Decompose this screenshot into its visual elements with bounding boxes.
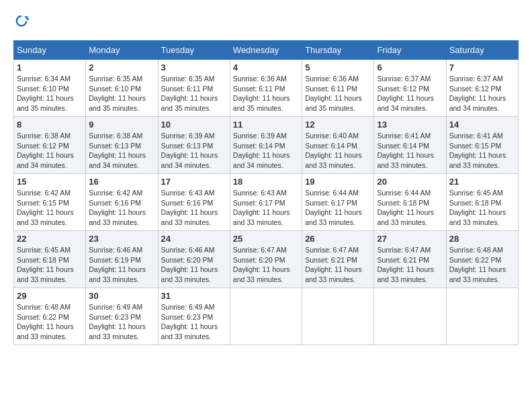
calendar-cell: 8Sunrise: 6:38 AMSunset: 6:12 PMDaylight… <box>14 117 86 174</box>
calendar-cell: 19Sunrise: 6:44 AMSunset: 6:17 PMDayligh… <box>302 174 374 231</box>
calendar-cell: 22Sunrise: 6:45 AMSunset: 6:18 PMDayligh… <box>14 231 86 288</box>
calendar-cell: 11Sunrise: 6:39 AMSunset: 6:14 PMDayligh… <box>230 117 302 174</box>
day-number: 5 <box>305 62 371 73</box>
day-info: Sunrise: 6:38 AMSunset: 6:12 PMDaylight:… <box>17 131 83 171</box>
day-info: Sunrise: 6:45 AMSunset: 6:18 PMDaylight:… <box>17 245 83 285</box>
calendar-cell: 1Sunrise: 6:34 AMSunset: 6:10 PMDaylight… <box>14 60 86 117</box>
day-number: 4 <box>233 62 299 73</box>
calendar-cell: 14Sunrise: 6:41 AMSunset: 6:15 PMDayligh… <box>446 117 518 174</box>
day-info: Sunrise: 6:35 AMSunset: 6:10 PMDaylight:… <box>89 74 154 113</box>
day-info: Sunrise: 6:42 AMSunset: 6:15 PMDaylight:… <box>17 188 83 228</box>
calendar-cell: 16Sunrise: 6:42 AMSunset: 6:16 PMDayligh… <box>86 174 158 231</box>
day-info: Sunrise: 6:39 AMSunset: 6:14 PMDaylight:… <box>233 131 299 171</box>
day-info: Sunrise: 6:46 AMSunset: 6:20 PMDaylight:… <box>161 245 227 285</box>
calendar-cell: 15Sunrise: 6:42 AMSunset: 6:15 PMDayligh… <box>14 174 86 231</box>
day-number: 15 <box>17 177 83 187</box>
calendar-table: SundayMondayTuesdayWednesdayThursdayFrid… <box>13 40 519 345</box>
calendar-header-saturday: Saturday <box>446 41 518 60</box>
day-info: Sunrise: 6:48 AMSunset: 6:22 PMDaylight:… <box>449 245 515 285</box>
day-number: 3 <box>161 62 227 73</box>
calendar-cell <box>374 288 446 345</box>
day-info: Sunrise: 6:43 AMSunset: 6:16 PMDaylight:… <box>161 188 227 228</box>
day-number: 21 <box>449 177 515 187</box>
calendar-cell: 6Sunrise: 6:37 AMSunset: 6:12 PMDaylight… <box>374 60 446 117</box>
day-info: Sunrise: 6:40 AMSunset: 6:14 PMDaylight:… <box>305 131 371 171</box>
calendar-cell: 17Sunrise: 6:43 AMSunset: 6:16 PMDayligh… <box>158 174 230 231</box>
day-number: 23 <box>89 234 154 244</box>
calendar-cell: 9Sunrise: 6:38 AMSunset: 6:13 PMDaylight… <box>86 117 158 174</box>
day-info: Sunrise: 6:44 AMSunset: 6:18 PMDaylight:… <box>377 188 443 228</box>
day-info: Sunrise: 6:34 AMSunset: 6:10 PMDaylight:… <box>17 74 83 113</box>
day-info: Sunrise: 6:38 AMSunset: 6:13 PMDaylight:… <box>89 131 154 171</box>
calendar-cell: 5Sunrise: 6:36 AMSunset: 6:11 PMDaylight… <box>302 60 374 117</box>
day-info: Sunrise: 6:46 AMSunset: 6:19 PMDaylight:… <box>89 245 154 285</box>
day-number: 25 <box>233 234 299 244</box>
day-number: 20 <box>377 177 443 187</box>
calendar-cell: 27Sunrise: 6:47 AMSunset: 6:21 PMDayligh… <box>374 231 446 288</box>
day-info: Sunrise: 6:47 AMSunset: 6:21 PMDaylight:… <box>305 245 371 285</box>
logo-icon <box>13 13 30 30</box>
calendar-cell: 13Sunrise: 6:41 AMSunset: 6:14 PMDayligh… <box>374 117 446 174</box>
calendar-header-thursday: Thursday <box>302 41 374 60</box>
calendar-week-4: 22Sunrise: 6:45 AMSunset: 6:18 PMDayligh… <box>14 231 519 288</box>
day-number: 8 <box>17 120 83 130</box>
day-info: Sunrise: 6:49 AMSunset: 6:23 PMDaylight:… <box>89 302 154 342</box>
day-info: Sunrise: 6:49 AMSunset: 6:23 PMDaylight:… <box>161 302 227 342</box>
calendar-cell: 12Sunrise: 6:40 AMSunset: 6:14 PMDayligh… <box>302 117 374 174</box>
calendar-header-wednesday: Wednesday <box>230 41 302 60</box>
day-number: 11 <box>233 120 299 130</box>
day-info: Sunrise: 6:39 AMSunset: 6:13 PMDaylight:… <box>161 131 227 171</box>
logo <box>13 13 32 30</box>
calendar-cell <box>302 288 374 345</box>
day-number: 22 <box>17 234 83 244</box>
day-info: Sunrise: 6:36 AMSunset: 6:11 PMDaylight:… <box>233 74 299 113</box>
day-info: Sunrise: 6:41 AMSunset: 6:15 PMDaylight:… <box>449 131 515 171</box>
calendar-cell: 23Sunrise: 6:46 AMSunset: 6:19 PMDayligh… <box>86 231 158 288</box>
calendar-week-5: 29Sunrise: 6:48 AMSunset: 6:22 PMDayligh… <box>14 288 519 345</box>
day-number: 7 <box>449 62 515 73</box>
day-info: Sunrise: 6:47 AMSunset: 6:20 PMDaylight:… <box>233 245 299 285</box>
day-number: 28 <box>449 234 515 244</box>
day-info: Sunrise: 6:45 AMSunset: 6:18 PMDaylight:… <box>449 188 515 228</box>
calendar-header-monday: Monday <box>86 41 158 60</box>
day-number: 31 <box>161 291 227 301</box>
day-number: 6 <box>377 62 443 73</box>
calendar-week-2: 8Sunrise: 6:38 AMSunset: 6:12 PMDaylight… <box>14 117 519 174</box>
calendar-header-tuesday: Tuesday <box>158 41 230 60</box>
day-number: 29 <box>17 291 83 301</box>
calendar-cell: 20Sunrise: 6:44 AMSunset: 6:18 PMDayligh… <box>374 174 446 231</box>
day-info: Sunrise: 6:37 AMSunset: 6:12 PMDaylight:… <box>449 74 515 113</box>
day-number: 17 <box>161 177 227 187</box>
day-number: 26 <box>305 234 371 244</box>
calendar-cell: 18Sunrise: 6:43 AMSunset: 6:17 PMDayligh… <box>230 174 302 231</box>
day-info: Sunrise: 6:44 AMSunset: 6:17 PMDaylight:… <box>305 188 371 228</box>
calendar-cell: 25Sunrise: 6:47 AMSunset: 6:20 PMDayligh… <box>230 231 302 288</box>
calendar-cell: 7Sunrise: 6:37 AMSunset: 6:12 PMDaylight… <box>446 60 518 117</box>
day-info: Sunrise: 6:41 AMSunset: 6:14 PMDaylight:… <box>377 131 443 171</box>
calendar-week-3: 15Sunrise: 6:42 AMSunset: 6:15 PMDayligh… <box>14 174 519 231</box>
day-info: Sunrise: 6:47 AMSunset: 6:21 PMDaylight:… <box>377 245 443 285</box>
day-number: 1 <box>17 62 83 73</box>
day-info: Sunrise: 6:37 AMSunset: 6:12 PMDaylight:… <box>377 74 443 113</box>
calendar-cell: 29Sunrise: 6:48 AMSunset: 6:22 PMDayligh… <box>14 288 86 345</box>
calendar-cell: 4Sunrise: 6:36 AMSunset: 6:11 PMDaylight… <box>230 60 302 117</box>
calendar-cell: 24Sunrise: 6:46 AMSunset: 6:20 PMDayligh… <box>158 231 230 288</box>
calendar-cell: 30Sunrise: 6:49 AMSunset: 6:23 PMDayligh… <box>86 288 158 345</box>
day-number: 12 <box>305 120 371 130</box>
calendar-cell <box>230 288 302 345</box>
calendar-cell: 10Sunrise: 6:39 AMSunset: 6:13 PMDayligh… <box>158 117 230 174</box>
day-number: 13 <box>377 120 443 130</box>
day-number: 24 <box>161 234 227 244</box>
day-number: 14 <box>449 120 515 130</box>
calendar-header-row: SundayMondayTuesdayWednesdayThursdayFrid… <box>14 41 519 60</box>
day-number: 18 <box>233 177 299 187</box>
calendar-week-1: 1Sunrise: 6:34 AMSunset: 6:10 PMDaylight… <box>14 60 519 117</box>
day-number: 9 <box>89 120 154 130</box>
day-number: 10 <box>161 120 227 130</box>
calendar-cell: 2Sunrise: 6:35 AMSunset: 6:10 PMDaylight… <box>86 60 158 117</box>
calendar-cell: 31Sunrise: 6:49 AMSunset: 6:23 PMDayligh… <box>158 288 230 345</box>
day-number: 16 <box>89 177 154 187</box>
calendar-cell: 26Sunrise: 6:47 AMSunset: 6:21 PMDayligh… <box>302 231 374 288</box>
day-number: 2 <box>89 62 154 73</box>
day-info: Sunrise: 6:36 AMSunset: 6:11 PMDaylight:… <box>305 74 371 113</box>
